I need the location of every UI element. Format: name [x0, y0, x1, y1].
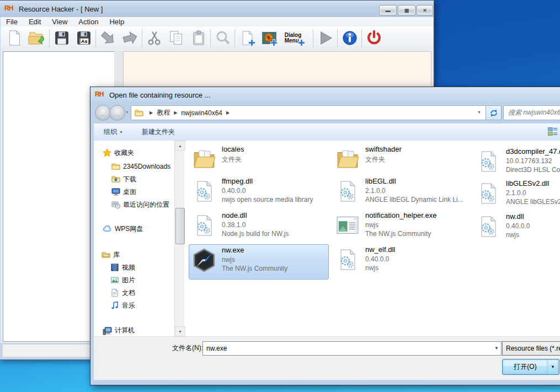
scrollbar-thumb[interactable] — [175, 208, 185, 244]
toolbar-separator — [49, 29, 50, 47]
video-icon — [110, 263, 119, 272]
dialog-title: Open file containing resource ... — [109, 91, 211, 99]
dll-file-icon — [476, 180, 500, 207]
file-item-nw-dll[interactable]: nw.dll 0.40.0.0 nwjs — [476, 212, 560, 244]
add-dialog-menu-button[interactable]: Dialog Menu — [279, 28, 307, 49]
desktop-icon — [111, 187, 120, 196]
file-item-libegl-dll[interactable]: libEGL.dll 2.1.0.0 ANGLE libEGL Dynamic … — [335, 177, 474, 209]
picture-icon — [110, 276, 119, 284]
plus-icon — [297, 39, 306, 47]
open-button-dropdown-icon[interactable]: ▼ — [547, 359, 559, 375]
undo-button[interactable] — [98, 28, 119, 49]
star-icon — [103, 148, 111, 157]
copy-button[interactable] — [166, 28, 187, 49]
cut-button[interactable] — [144, 28, 165, 49]
sidebar-item-recent-places[interactable]: 最近访问的位置 — [111, 199, 169, 210]
file-item-nw-elf-dll[interactable]: nw_elf.dll 0.40.0.0 nwjs — [335, 245, 474, 277]
sidebar-item-videos[interactable]: 视频 — [110, 262, 135, 273]
file-item-nw-exe[interactable]: nw.exe nwjs The NW.js Community — [192, 246, 331, 278]
back-icon: ← — [99, 109, 107, 117]
file-item-ffmpeg-dll[interactable]: ffmpeg.dll 0.40.0.0 nwjs open source med… — [192, 177, 331, 209]
file-item-notification-helper-exe[interactable]: notification_helper.exe nwjs The NW.js C… — [335, 211, 474, 243]
run-button[interactable] — [315, 28, 336, 49]
breadcrumb-item-root[interactable]: 教程 — [157, 108, 170, 117]
file-item-swiftshader[interactable]: swiftshader 文件夹 — [335, 145, 474, 177]
menu-view[interactable]: View — [46, 18, 73, 26]
toolbar-separator — [361, 29, 362, 47]
sidebar-item-2345downloads[interactable]: 2345Downloads — [111, 161, 170, 172]
forward-icon: → — [114, 109, 121, 117]
folder-icon — [192, 146, 216, 173]
filename-input[interactable]: nw.exe ▼ — [202, 341, 502, 356]
refresh-button[interactable] — [486, 105, 502, 120]
computer-icon — [103, 326, 112, 335]
save-as-button[interactable]: As — [73, 28, 94, 49]
file-item-locales[interactable]: locales 文件夹 — [192, 145, 331, 177]
close-button[interactable]: ✕ — [417, 5, 433, 15]
menu-action[interactable]: Action — [73, 18, 104, 26]
organize-label: 组织 — [104, 127, 117, 137]
sidebar-item-favorites[interactable]: 收藏夹 — [103, 147, 134, 158]
file-type-filter-dropdown[interactable]: Resource files (*.re — [502, 341, 560, 356]
save-as-label: As — [80, 38, 89, 45]
open-file-dialog: RH Open file containing resource ... ← →… — [90, 87, 560, 385]
plus-icon — [270, 39, 278, 47]
resource-hacker-app-icon: RH — [4, 4, 15, 13]
maximize-button[interactable]: ▣ — [398, 5, 415, 15]
menu-help[interactable]: Help — [104, 18, 130, 26]
organize-button[interactable]: 组织 ▼ — [104, 127, 123, 137]
sidebar-item-music[interactable]: 音乐 — [110, 300, 135, 311]
file-item-d3dcompiler-dll[interactable]: d3dcompiler_47.dll 10.0.17763.132 Direct… — [476, 147, 560, 179]
menu-edit[interactable]: Edit — [23, 18, 46, 26]
chevron-right-icon: ▶ — [146, 110, 157, 115]
save-button[interactable] — [51, 28, 72, 49]
breadcrumb[interactable]: ▶ 教程 ▶ nwjswin40x64 ▶ ▼ — [131, 105, 486, 120]
filename-dropdown-icon[interactable]: ▼ — [494, 346, 499, 351]
music-icon — [110, 301, 119, 310]
add-image-resource-button[interactable] — [259, 28, 280, 49]
sidebar-item-desktop[interactable]: 桌面 — [111, 186, 136, 197]
info-button[interactable] — [339, 28, 360, 49]
breadcrumb-item-folder[interactable]: nwjswin40x64 — [181, 109, 222, 117]
find-button[interactable] — [212, 28, 233, 49]
file-item-node-dll[interactable]: node.dll 0.38.1.0 Node.js build for NW.j… — [192, 211, 331, 243]
sidebar-item-computer[interactable]: 计算机 — [103, 325, 135, 336]
new-file-button[interactable] — [4, 28, 25, 49]
sidebar-scrollbar[interactable]: ▲ ▼ — [174, 141, 184, 336]
open-button[interactable]: 打开(O) — [502, 359, 548, 375]
address-dropdown-icon[interactable]: ▼ — [477, 110, 481, 114]
toolbar-separator — [234, 29, 235, 47]
exit-button[interactable] — [364, 28, 385, 49]
scroll-down-icon[interactable]: ▼ — [175, 326, 185, 336]
sidebar-item-pictures[interactable]: 图片 — [110, 275, 135, 286]
dialog-app-icon: RH — [95, 90, 106, 99]
toolbar: As Dialog Menu — [1, 26, 433, 51]
menu-file[interactable]: File — [1, 18, 23, 26]
sidebar-item-libraries[interactable]: 库 — [102, 249, 120, 260]
plus-icon — [248, 39, 256, 47]
redo-button[interactable] — [120, 28, 141, 49]
toolbar-separator — [142, 29, 142, 47]
dll-file-icon — [476, 213, 500, 240]
paste-button[interactable] — [188, 28, 209, 49]
dialog-title-bar[interactable]: RH Open file containing resource ... — [90, 87, 560, 103]
command-bar: 组织 ▼ 新建文件夹 — [94, 123, 560, 141]
forward-button[interactable]: → — [109, 105, 125, 121]
open-file-button[interactable] — [26, 28, 47, 49]
views-button[interactable] — [547, 126, 558, 137]
file-item-libglesv2-dll[interactable]: libGLESv2.dll 2.1.0.0 ANGLE libGLESv2 D — [476, 179, 560, 211]
sidebar-item-documents[interactable]: 文档 — [110, 287, 135, 298]
sidebar-item-downloads[interactable]: 下载 — [111, 174, 136, 185]
filename-label: 文件名(N): — [164, 343, 203, 353]
search-input[interactable]: 搜索 nwjswin40x64 — [503, 105, 560, 120]
add-resource-button[interactable] — [237, 28, 258, 49]
close-icon: ✕ — [423, 8, 427, 13]
history-dropdown-icon[interactable]: ▼ — [125, 110, 129, 114]
new-folder-button[interactable]: 新建文件夹 — [142, 127, 175, 137]
filter-value: Resource files (*.re — [506, 345, 560, 352]
sidebar-item-wps-cloud[interactable]: WPS网盘 — [103, 223, 143, 234]
back-button[interactable]: ← — [95, 105, 111, 121]
minimize-button[interactable]: ▬ — [379, 5, 397, 15]
main-title-bar[interactable]: RH Resource Hacker - [ New ] — [0, 1, 434, 17]
scroll-up-icon[interactable]: ▲ — [175, 141, 185, 151]
